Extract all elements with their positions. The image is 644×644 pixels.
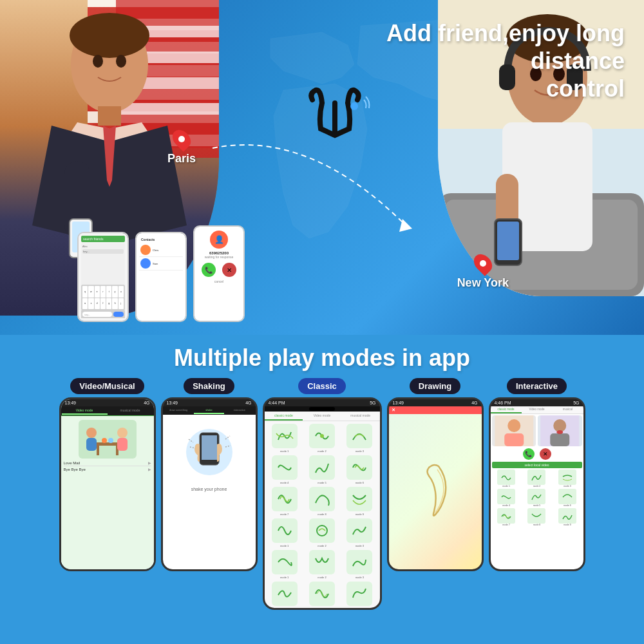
mode-card-shake: Shaking 13:494G draw something shake int… <box>161 378 258 571</box>
mode-card-draw: Drawing 13:494G ✕ <box>387 378 484 571</box>
mode-label-classic: Classic <box>298 378 346 394</box>
svg-rect-36 <box>117 438 128 451</box>
interactive-status-bar: 4:46 PM5G <box>491 399 583 406</box>
svg-point-35 <box>117 428 128 438</box>
mode-label-draw: Drawing <box>410 378 460 394</box>
svg-point-33 <box>86 428 97 438</box>
title-line2: control <box>546 75 625 102</box>
svg-point-6 <box>70 13 149 58</box>
mode-label-interactive: Interactive <box>507 378 567 394</box>
svg-rect-41 <box>202 435 217 460</box>
location-newyork: New York <box>457 253 509 290</box>
phone-chat-ui: search friends Alex hey... qwe rtyu asd … <box>77 232 129 322</box>
top-phone-mockups: search friends Alex hey... qwe rtyu asd … <box>77 225 245 322</box>
mode-card-video: Video/Musical 13:494G Video mode musical… <box>59 378 156 571</box>
mode-label-video: Video/Musical <box>70 378 144 394</box>
phone-classic: 4:44 PM5G classic mode Video mode musica… <box>263 397 382 610</box>
phone-call-ui: 👤 639625200 waiting for response 📞 ✕ can… <box>193 225 245 322</box>
svg-rect-9 <box>98 106 121 126</box>
top-section: Add friend,enjoy long distance control P… <box>0 0 644 335</box>
svg-point-38 <box>108 438 113 443</box>
mode-card-interactive: Interactive 4:46 PM5G classic mode Video… <box>489 378 585 571</box>
svg-point-45 <box>507 419 520 432</box>
mode-label-shake: Shaking <box>184 378 234 394</box>
phone-draw: 13:494G ✕ <box>387 397 484 571</box>
svg-point-28 <box>350 102 358 110</box>
svg-point-43 <box>317 526 327 536</box>
svg-point-7 <box>93 55 103 68</box>
mode-card-classic: Classic 4:44 PM5G classic mode Video mod… <box>263 378 382 610</box>
shake-status-bar: 13:494G <box>163 399 256 406</box>
svg-rect-49 <box>550 433 569 446</box>
phone-shake: 13:494G draw something shake interactive <box>161 397 258 571</box>
song1: Love Mail <box>64 461 80 465</box>
draw-status-bar: 13:494G <box>389 399 482 406</box>
video-status-bar: 13:494G <box>61 399 154 406</box>
svg-rect-46 <box>504 433 524 446</box>
svg-point-37 <box>102 438 107 443</box>
title-line1: Add friend,enjoy long distance <box>386 20 625 74</box>
svg-rect-31 <box>97 446 99 455</box>
top-title: Add friend,enjoy long distance control <box>367 19 625 103</box>
classic-status-bar: 4:44 PM5G <box>265 399 380 406</box>
newyork-label: New York <box>457 276 509 290</box>
bottom-section: Multiple play modes in app Video/Musical… <box>0 335 644 644</box>
song2: Bye Bye Bye <box>64 468 86 471</box>
svg-rect-34 <box>86 438 97 451</box>
svg-point-8 <box>116 55 126 68</box>
svg-point-42 <box>320 434 324 438</box>
phone1-bar-text: search friends <box>83 237 103 241</box>
phone-interactive: 4:46 PM5G classic mode Video mode musica… <box>489 397 585 571</box>
bottom-title: Multiple play modes in app <box>0 335 644 378</box>
shake-label: shake your phone <box>191 487 227 491</box>
device-illustration <box>296 84 374 164</box>
modes-container: Video/Musical 13:494G Video mode musical… <box>0 378 644 610</box>
svg-rect-30 <box>95 442 120 446</box>
svg-point-50 <box>556 430 563 434</box>
svg-rect-4 <box>116 103 219 115</box>
phone-contact-list: Contacts Chris Sam <box>135 232 187 322</box>
select-local-video: select local video <box>492 462 582 468</box>
newyork-pin-icon <box>470 251 496 276</box>
phone-video: 13:494G Video mode musical mode <box>59 397 156 571</box>
